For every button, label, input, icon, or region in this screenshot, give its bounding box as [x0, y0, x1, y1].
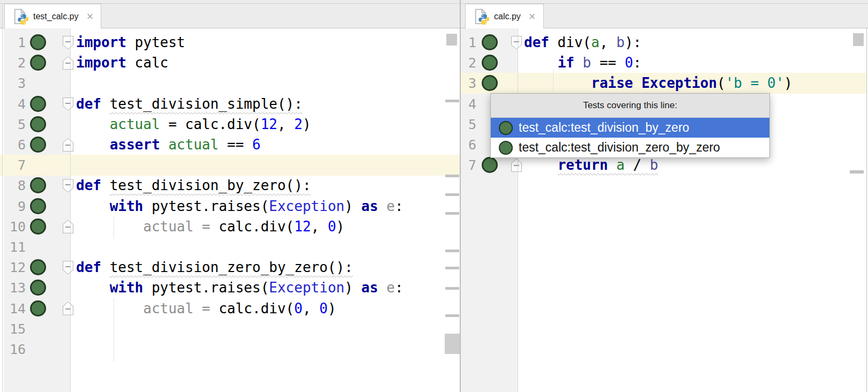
coverage-dot-icon[interactable] [30, 300, 46, 316]
line-number: 5 [4, 114, 26, 135]
code-line[interactable]: 1import pytest [0, 32, 460, 53]
coverage-dot-icon[interactable] [30, 177, 46, 193]
code-text[interactable]: def test_division_simple(): [76, 94, 303, 115]
stripe-mark[interactable] [445, 193, 459, 196]
code-line[interactable]: 4def test_division_simple(): [0, 94, 460, 115]
fold-start-icon[interactable] [511, 36, 522, 49]
code-text[interactable]: import pytest [76, 32, 185, 53]
code-line[interactable]: 8def test_division_by_zero(): [0, 175, 460, 196]
coverage-dot-icon[interactable] [482, 75, 498, 91]
coverage-dot-icon[interactable] [30, 96, 46, 112]
line-number: 6 [461, 134, 476, 155]
editor-calc[interactable]: 1def div(a, b):2 if b == 0:3 raise Excep… [461, 28, 867, 392]
close-icon[interactable]: × [86, 11, 93, 22]
coverage-dot-icon[interactable] [30, 55, 46, 71]
window-top-divider [0, 3, 868, 4]
coverage-dot-icon[interactable] [30, 218, 46, 235]
code-text[interactable]: actual = calc.div(12, 0) [76, 216, 345, 237]
pane-divider[interactable] [460, 0, 461, 392]
code-text[interactable]: with pytest.raises(Exception) as e: [76, 196, 403, 217]
line-number: 2 [4, 52, 26, 73]
fold-end-icon[interactable] [63, 56, 73, 70]
code-line[interactable]: 16 [0, 339, 460, 360]
python-file-icon [12, 9, 28, 25]
fold-end-icon[interactable] [63, 220, 73, 233]
code-line[interactable]: 15 [0, 319, 460, 340]
fold-end-icon[interactable] [63, 138, 73, 152]
line-number: 3 [4, 73, 26, 94]
line-number: 3 [461, 73, 476, 94]
line-number: 1 [4, 32, 26, 53]
code-line[interactable]: 3 raise Exception('b = 0') [461, 73, 867, 94]
stripe-mark[interactable] [445, 100, 459, 102]
coverage-dot-icon[interactable] [482, 55, 498, 71]
code-line[interactable]: 7 [0, 155, 460, 176]
code-line[interactable]: 11 [0, 237, 460, 258]
popup-test-item[interactable]: test_calc:test_division_zero_by_zero [491, 138, 769, 157]
code-text[interactable]: assert actual == 6 [76, 134, 260, 155]
code-line[interactable]: 2 if b == 0: [461, 52, 867, 73]
code-line[interactable]: 3 [0, 73, 460, 94]
line-number: 15 [4, 319, 26, 340]
scrollbar-thumb[interactable] [446, 34, 457, 46]
code-text[interactable]: actual = calc.div(12, 2) [76, 114, 311, 135]
code-text[interactable]: import calc [76, 52, 168, 73]
editor-test-calc[interactable]: 1import pytest2import calc34def test_div… [0, 28, 460, 392]
stripe-mark[interactable] [445, 212, 459, 215]
fold-end-icon[interactable] [511, 159, 522, 172]
code-text[interactable]: if b == 0: [524, 52, 641, 73]
tabbar-bottom-border [0, 28, 868, 28]
stripe-mark[interactable] [445, 314, 459, 317]
code-text[interactable]: with pytest.raises(Exception) as e: [76, 277, 403, 298]
code-line[interactable]: 12def test_division_zero_by_zero(): [0, 257, 460, 278]
fold-start-icon[interactable] [63, 179, 73, 192]
line-number: 12 [4, 257, 26, 278]
code-text[interactable]: raise Exception('b = 0') [524, 73, 792, 94]
stripe-mark[interactable] [445, 250, 459, 252]
popup-test-item[interactable]: test_calc:test_division_by_zero [491, 118, 769, 138]
code-line[interactable]: 13 with pytest.raises(Exception) as e: [0, 277, 460, 298]
popup-title: Tests covering this line: [491, 94, 769, 118]
coverage-dot-icon[interactable] [30, 198, 46, 214]
code-line[interactable]: 5 actual = calc.div(12, 2) [0, 114, 460, 135]
stripe-mark[interactable] [445, 267, 459, 269]
coverage-dot-icon[interactable] [482, 157, 498, 173]
tab-test-calc-py[interactable]: test_calc.py × [4, 4, 101, 28]
tab-calc-py[interactable]: calc.py × [465, 4, 544, 28]
popup-test-label: test_calc:test_division_zero_by_zero [519, 140, 720, 155]
code-text[interactable]: def test_division_by_zero(): [76, 175, 311, 196]
code-text[interactable]: def test_division_zero_by_zero(): [76, 257, 353, 278]
coverage-dot-icon[interactable] [30, 259, 46, 275]
fold-start-icon[interactable] [63, 36, 73, 49]
coverage-dot-icon[interactable] [30, 280, 46, 296]
code-line[interactable]: 2import calc [0, 52, 460, 73]
stripe-mark[interactable] [445, 287, 459, 290]
scrollbar-thumb[interactable] [445, 334, 460, 354]
code-line[interactable]: 10 actual = calc.div(12, 0) [0, 216, 460, 237]
code-line[interactable]: 14 actual = calc.div(0, 0) [0, 298, 460, 319]
fold-end-icon[interactable] [63, 302, 73, 315]
close-icon[interactable]: × [529, 11, 536, 22]
code-text[interactable]: def div(a, b): [524, 32, 641, 53]
code-line[interactable]: 6 assert actual == 6 [0, 134, 460, 155]
line-number: 6 [4, 134, 26, 155]
line-number: 11 [4, 237, 26, 258]
scrollbar-thumb[interactable] [853, 33, 864, 46]
fold-start-icon[interactable] [63, 261, 73, 274]
coverage-dot-icon[interactable] [30, 116, 46, 132]
coverage-dot-icon[interactable] [482, 34, 498, 50]
line-number: 7 [461, 155, 476, 176]
coverage-dot-icon[interactable] [30, 137, 46, 153]
code-line[interactable]: 7 return a / b [461, 155, 867, 176]
code-line[interactable]: 1def div(a, b): [461, 32, 867, 53]
stripe-mark[interactable] [850, 170, 864, 174]
coverage-dot-icon[interactable] [30, 34, 46, 50]
python-file-icon [473, 9, 489, 25]
code-text[interactable]: actual = calc.div(0, 0) [76, 298, 336, 319]
code-line[interactable]: 9 with pytest.raises(Exception) as e: [0, 196, 460, 217]
fold-start-icon[interactable] [63, 97, 73, 111]
line-number: 13 [4, 277, 26, 298]
stripe-mark[interactable] [445, 175, 459, 177]
line-number: 7 [4, 155, 26, 176]
code-text[interactable]: return a / b [524, 155, 658, 176]
